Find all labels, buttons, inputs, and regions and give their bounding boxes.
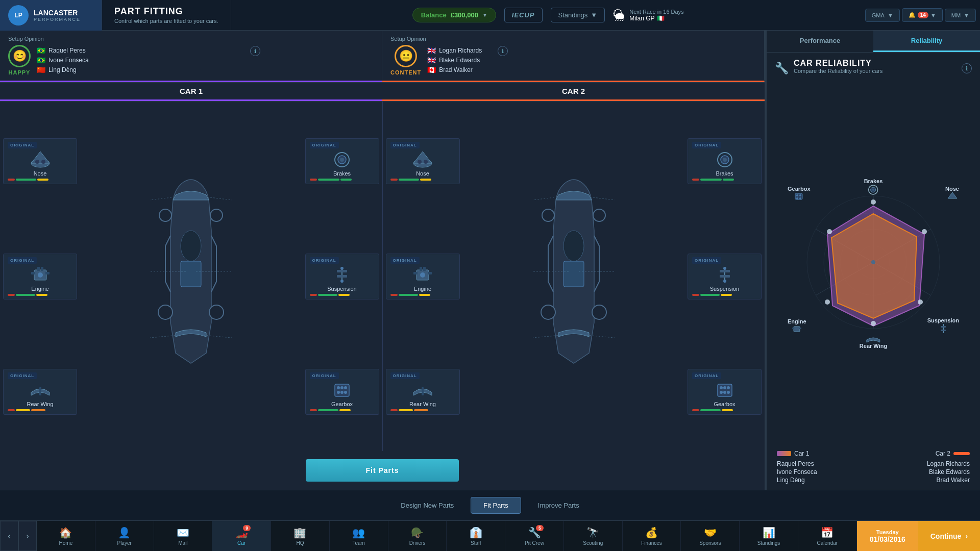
svg-point-29 xyxy=(340,280,344,283)
tab-fit-parts[interactable]: Fit Parts xyxy=(471,497,521,514)
car2-half: ORIGINAL Nose ORIGINAL xyxy=(383,102,765,451)
car1-rear-wing-part[interactable]: ORIGINAL Rear Wing xyxy=(3,369,77,415)
race-name: Milan GP 🇮🇹 xyxy=(629,15,683,22)
notifications-button[interactable]: 🔔 14 ▼ xyxy=(902,8,943,22)
nav-scouting-label: Scouting xyxy=(583,540,603,546)
car2-nose-badge: ORIGINAL xyxy=(390,142,420,148)
standings-button[interactable]: Standings ▼ xyxy=(551,8,605,22)
car1-rear-wing-icon xyxy=(30,381,51,399)
home-icon: 🏠 xyxy=(59,527,72,539)
svg-rect-27 xyxy=(337,275,347,278)
svg-point-1 xyxy=(35,160,39,164)
sponsors-icon: 🤝 xyxy=(704,527,717,539)
car2-engine-part[interactable]: ORIGINAL Engine xyxy=(386,254,460,299)
car1-nose-part[interactable]: ORIGINAL Nose xyxy=(3,138,77,184)
radar-nose-label: Nose xyxy=(945,186,959,201)
svg-point-92 xyxy=(872,189,874,191)
car1-right-parts: ORIGINAL Brakes ORIGINAL xyxy=(305,105,379,448)
hq-icon: 🏢 xyxy=(293,527,306,539)
car1-nose-icon xyxy=(30,151,51,168)
car2-nose-name: Nose xyxy=(416,170,429,177)
profile-button[interactable]: MM ▼ xyxy=(945,9,976,22)
svg-rect-96 xyxy=(794,327,800,332)
car1-suspension-name: Suspension xyxy=(327,286,357,292)
nav-item-hq[interactable]: 🏢 HQ xyxy=(271,521,330,551)
nav-home-label: Home xyxy=(59,540,73,546)
svg-rect-26 xyxy=(337,270,347,272)
reliability-info-icon[interactable]: ℹ xyxy=(962,63,972,73)
svg-point-10 xyxy=(181,231,201,261)
svg-rect-94 xyxy=(941,326,946,328)
nav-standings-label: Standings xyxy=(757,540,780,546)
car2-brakes-name: Brakes xyxy=(716,170,733,177)
car1-rear-wing-name: Rear Wing xyxy=(27,401,54,407)
car2-gearbox-badge: ORIGINAL xyxy=(692,372,721,379)
gma-button[interactable]: GMA ▼ xyxy=(865,9,900,22)
car2-parts: ORIGINAL Nose ORIGINAL xyxy=(386,105,762,448)
nav-item-mail[interactable]: ✉️ Mail xyxy=(154,521,213,551)
svg-rect-6 xyxy=(37,267,40,271)
nav-item-team[interactable]: 👥 Team xyxy=(330,521,388,551)
car1-driver-1: 🇧🇷 Raquel Peres xyxy=(37,46,89,55)
nav-item-home[interactable]: 🏠 Home xyxy=(37,521,95,551)
svg-point-51 xyxy=(541,305,555,319)
svg-line-53 xyxy=(533,197,554,200)
balance-button[interactable]: Balance £300,000 ▼ xyxy=(412,8,496,22)
tab-performance[interactable]: Performance xyxy=(767,31,873,52)
car1-legend-driver-2: Ivone Fonseca xyxy=(777,468,817,475)
nav-next-button[interactable]: › xyxy=(18,521,37,551)
car2-nose-part[interactable]: ORIGINAL Nose xyxy=(386,138,460,184)
weather-area: 🌦 Next Race in 16 Days Milan GP 🇮🇹 xyxy=(613,8,683,22)
car2-info-icon[interactable]: ℹ xyxy=(498,46,508,56)
tab-design-new-parts[interactable]: Design New Parts xyxy=(388,497,467,514)
nav-item-staff[interactable]: 👔 Staff xyxy=(447,521,505,551)
nav-item-pit-crew[interactable]: 🔧 Pit Crew 5 xyxy=(505,521,564,551)
page-title-area: PART FITTING Control which parts are fit… xyxy=(102,0,231,30)
fit-parts-button[interactable]: Fit Parts xyxy=(306,459,459,482)
car1-mood-label: HAPPY xyxy=(9,69,31,76)
continue-button[interactable]: Continue › xyxy=(918,521,980,551)
svg-point-24 xyxy=(340,158,344,162)
nav-item-finances[interactable]: 💰 Finances xyxy=(623,521,681,551)
car1-info-icon[interactable]: ℹ xyxy=(250,46,260,56)
tab-improve-parts[interactable]: Improve Parts xyxy=(525,497,592,514)
nav-item-sponsors[interactable]: 🤝 Sponsors xyxy=(681,521,740,551)
car1-nose-bars xyxy=(8,179,72,181)
tab-reliability[interactable]: Reliability xyxy=(873,31,980,52)
svg-point-61 xyxy=(723,158,727,162)
top-center: Balance £300,000 ▼ IECUP Standings ▼ 🌦 N… xyxy=(231,8,865,22)
series-button[interactable]: IECUP xyxy=(504,8,543,22)
svg-point-45 xyxy=(420,272,425,278)
chevron-down-icon[interactable]: ▼ xyxy=(482,12,487,18)
drivers-icon: 🪖 xyxy=(411,527,424,539)
bottom-nav: ‹ › 🏠 Home 👤 Player ✉️ Mail 🏎️ Car 9 🏢 H… xyxy=(0,520,980,551)
svg-rect-4 xyxy=(31,272,35,274)
nav-item-scouting[interactable]: 🔭 Scouting xyxy=(564,521,623,551)
car2-rear-wing-part[interactable]: ORIGINAL Rear Wing xyxy=(386,369,460,415)
svg-point-47 xyxy=(564,231,584,261)
car2-suspension-bars xyxy=(692,294,757,296)
car1-mood: 😊 HAPPY 🇧🇷 Raquel Peres 🇧🇷 Ivone Fonseca xyxy=(8,45,374,76)
car2-gearbox-part[interactable]: ORIGINAL Gearbox xyxy=(688,369,762,415)
car2-engine-bars xyxy=(390,294,455,296)
nav-prev-button[interactable]: ‹ xyxy=(0,521,18,551)
car1-svg xyxy=(150,169,232,384)
car2-brakes-part[interactable]: ORIGINAL Brakes xyxy=(688,138,762,184)
car2-suspension-part[interactable]: ORIGINAL Suspension xyxy=(688,254,762,299)
car1-gearbox-part[interactable]: ORIGINAL Gearbox xyxy=(305,369,379,415)
top-right: GMA ▼ 🔔 14 ▼ MM ▼ xyxy=(865,8,980,22)
nav-item-calendar[interactable]: 📅 Calendar xyxy=(798,521,857,551)
nav-finances-label: Finances xyxy=(641,540,662,546)
car1-driver-3: 🇨🇳 Ling Dèng xyxy=(37,66,89,74)
balance-label: Balance xyxy=(421,11,447,19)
nav-item-standings[interactable]: 📊 Standings xyxy=(740,521,798,551)
car1-engine-part[interactable]: ORIGINAL Engine xyxy=(3,254,77,299)
nav-item-player[interactable]: 👤 Player xyxy=(95,521,154,551)
svg-rect-11 xyxy=(181,261,201,287)
car1-suspension-part[interactable]: ORIGINAL Suspension xyxy=(305,254,379,299)
car2-rear-wing-name: Rear Wing xyxy=(409,401,436,407)
nav-item-drivers[interactable]: 🪖 Drivers xyxy=(388,521,447,551)
nav-item-car[interactable]: 🏎️ Car 9 xyxy=(212,521,271,551)
car1-brakes-part[interactable]: ORIGINAL Brakes xyxy=(305,138,379,184)
svg-rect-7 xyxy=(41,267,43,271)
